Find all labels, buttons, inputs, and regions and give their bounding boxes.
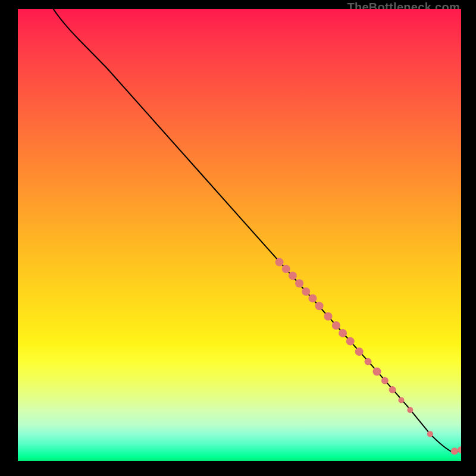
data-point bbox=[315, 302, 324, 310]
data-point bbox=[282, 265, 290, 273]
curve-line bbox=[54, 9, 461, 452]
data-point bbox=[275, 258, 284, 267]
data-point bbox=[355, 347, 364, 356]
plot-area bbox=[18, 9, 461, 461]
data-point bbox=[289, 271, 297, 280]
chart-svg bbox=[18, 9, 461, 461]
chart-container: TheBottleneck.com bbox=[18, 9, 461, 461]
data-point bbox=[381, 377, 389, 384]
data-point bbox=[389, 386, 396, 393]
data-point bbox=[407, 407, 413, 413]
data-point bbox=[427, 431, 433, 437]
data-point bbox=[324, 312, 333, 321]
data-point bbox=[458, 446, 461, 453]
data-point bbox=[308, 294, 317, 302]
data-point bbox=[302, 287, 310, 296]
data-point bbox=[339, 329, 347, 337]
data-point bbox=[332, 321, 340, 330]
data-point bbox=[346, 337, 355, 346]
data-point bbox=[398, 397, 404, 403]
data-point bbox=[295, 279, 303, 287]
data-point bbox=[365, 358, 372, 365]
data-point bbox=[372, 368, 381, 376]
data-point bbox=[451, 447, 458, 455]
